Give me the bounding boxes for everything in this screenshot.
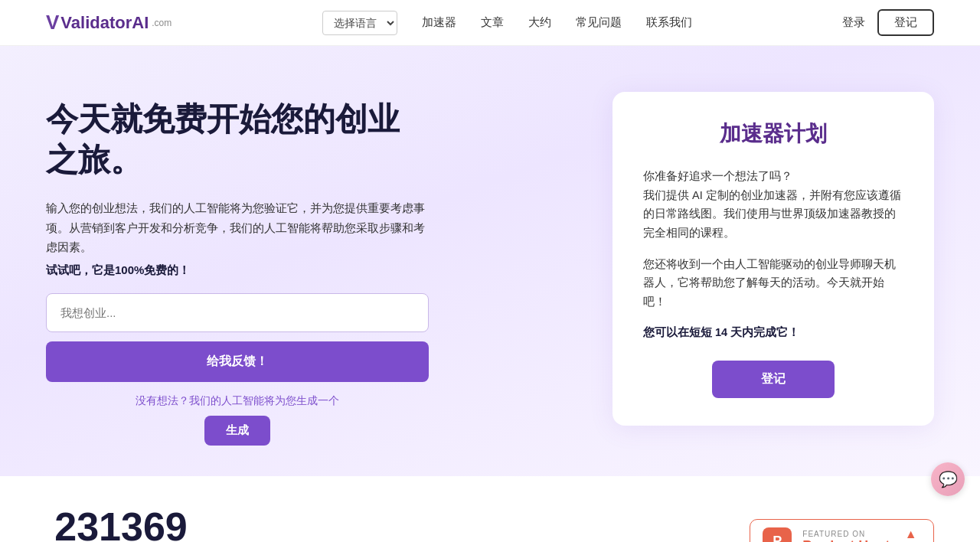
nav-center: 选择语言English中文EspañolFrançais 加速器 文章 大约 常…: [322, 11, 692, 35]
logo-dot: .com: [152, 18, 172, 28]
stat-block: 231369 使用我们的工具进行创业的人！: [46, 507, 196, 543]
product-hunt-featured-label: FEATURED ON: [802, 530, 890, 538]
hero-section: 今天就免费开始您的创业之旅。 输入您的创业想法，我们的人工智能将为您验证它，并为…: [0, 46, 980, 476]
upvote-arrow-icon: ▲: [905, 528, 917, 540]
logo-icon: V: [46, 11, 59, 34]
generate-button[interactable]: 生成: [204, 416, 270, 446]
nav-right: 登录 登记: [842, 9, 934, 36]
nav-contact[interactable]: 联系我们: [646, 15, 692, 30]
product-hunt-info: FEATURED ON Product Hunt: [802, 530, 890, 543]
chat-icon: 💬: [939, 470, 958, 488]
language-select[interactable]: 选择语言English中文EspañolFrançais: [322, 11, 397, 35]
product-hunt-name: Product Hunt: [802, 538, 890, 543]
idea-input[interactable]: [46, 293, 429, 332]
card-text-1: 你准备好追求一个想法了吗？我们提供 AI 定制的创业加速器，并附有您应该遵循的日…: [643, 167, 903, 243]
nav-articles[interactable]: 文章: [481, 15, 504, 30]
logo-text: ValidatorAI: [60, 13, 149, 33]
nav-about[interactable]: 大约: [528, 15, 551, 30]
card-text-bold: 您可以在短短 14 天内完成它！: [643, 323, 903, 342]
hero-description: 输入您的创业想法，我们的人工智能将为您验证它，并为您提供重要考虑事项。从营销到客…: [46, 198, 429, 257]
logo[interactable]: V ValidatorAI .com: [46, 11, 172, 34]
accelerator-card: 加速器计划 你准备好追求一个想法了吗？我们提供 AI 定制的创业加速器，并附有您…: [612, 92, 934, 426]
product-hunt-icon: P: [763, 527, 792, 543]
stats-section: 231369 使用我们的工具进行创业的人！ P FEATURED ON Prod…: [0, 476, 980, 543]
header: V ValidatorAI .com 选择语言English中文EspañolF…: [0, 0, 980, 46]
product-hunt-votes: ▲ 194: [900, 528, 921, 543]
hero-left: 今天就免费开始您的创业之旅。 输入您的创业想法，我们的人工智能将为您验证它，并为…: [46, 92, 429, 446]
register-button[interactable]: 登记: [877, 9, 934, 36]
card-title: 加速器计划: [643, 119, 903, 149]
login-button[interactable]: 登录: [842, 15, 865, 30]
nav-faq[interactable]: 常见问题: [576, 15, 622, 30]
nav-accelerator[interactable]: 加速器: [422, 15, 456, 30]
stat-number: 231369: [46, 507, 196, 543]
hero-title: 今天就免费开始您的创业之旅。: [46, 100, 429, 180]
chat-widget[interactable]: 💬: [931, 462, 965, 496]
product-hunt-badge[interactable]: P FEATURED ON Product Hunt ▲ 194: [750, 519, 934, 543]
generate-hint: 没有想法？我们的人工智能将为您生成一个: [46, 394, 429, 408]
feedback-button[interactable]: 给我反馈！: [46, 341, 429, 382]
card-register-button[interactable]: 登记: [712, 361, 835, 398]
card-text-2: 您还将收到一个由人工智能驱动的创业导师聊天机器人，它将帮助您了解每天的活动。今天…: [643, 255, 903, 312]
hero-cta-text: 试试吧，它是100%免费的！: [46, 263, 429, 278]
